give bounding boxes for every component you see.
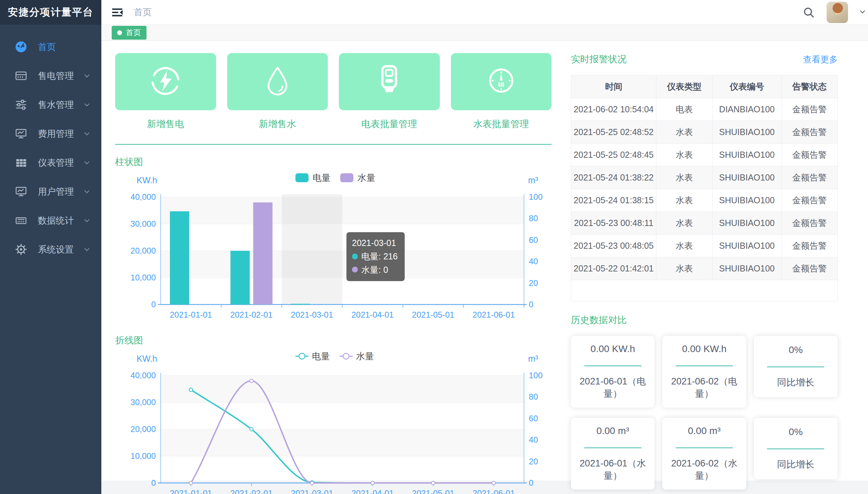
history-panel: 历史数据对比 0.00 KW.h2021-06-01（电量）0.00 KW.h2… — [571, 314, 838, 494]
sidebar-item-7[interactable]: 系统设置 — [0, 235, 101, 264]
sidebar-item-6[interactable]: 数据统计 — [0, 206, 101, 235]
sidebar: 安捷分项计量平台 首页售电管理售水管理费用管理仪表管理用户管理数据统计系统设置 — [0, 0, 101, 494]
sidebar-toggle-icon[interactable] — [110, 5, 125, 20]
history-card-value: 0.00 KW.h — [591, 343, 635, 354]
svg-text:40,000: 40,000 — [131, 371, 156, 380]
sidebar-item-2[interactable]: 售水管理 — [0, 90, 101, 119]
svg-text:2021-02-01: 2021-02-01 — [230, 310, 273, 319]
svg-text:0: 0 — [529, 300, 533, 309]
water-drop-icon — [260, 63, 295, 100]
legend-item[interactable]: 水量 — [340, 351, 374, 361]
chevron-down-icon — [83, 72, 91, 80]
quick-action-3[interactable]: 水表批量管理 — [451, 53, 552, 130]
svg-text:20: 20 — [529, 278, 538, 288]
quick-action-label: 新增售电 — [115, 118, 216, 130]
grid-icon — [14, 155, 28, 170]
history-card-5: 0%同比增长 — [754, 418, 838, 479]
chevron-down-icon — [83, 130, 91, 138]
breadcrumb: 首页 — [134, 6, 152, 18]
table-cell: 金额告警 — [781, 144, 837, 166]
left-column: 新增售电新增售水电表批量管理水表批量管理 柱状图 010,00020,00030… — [115, 53, 552, 481]
sidebar-item-5[interactable]: 用户管理 — [0, 177, 101, 206]
history-card-value: 0.00 m³ — [596, 425, 629, 436]
history-card-value: 0.00 m³ — [688, 425, 721, 436]
history-card-divider — [676, 366, 733, 366]
view-more-link[interactable]: 查看更多 — [803, 54, 838, 65]
table-cell: 金额告警 — [781, 235, 837, 257]
quick-action-0[interactable]: 新增售电 — [115, 53, 216, 130]
bar-电量-2 — [291, 304, 310, 305]
table-cell: SHUIBIAO100 — [712, 189, 781, 212]
table-row: 2021-05-24 01:38:22水表SHUIBIAO100金额告警 — [571, 166, 838, 189]
sidebar-item-1[interactable]: 售电管理 — [0, 61, 101, 90]
history-card-label: 2021-06-02（电量） — [668, 375, 740, 400]
legend-item[interactable]: 电量 — [295, 173, 331, 183]
line-chart[interactable]: 010,00020,00030,00040,000020406080100202… — [115, 347, 552, 494]
history-card-0: 0.00 KW.h2021-06-01（电量） — [571, 336, 655, 408]
sidebar-menu: 首页售电管理售水管理费用管理仪表管理用户管理数据统计系统设置 — [0, 25, 101, 264]
alarm-panel-header: 实时报警状况 查看更多 — [571, 53, 838, 65]
tag-label: 首页 — [126, 28, 141, 38]
history-card-4: 0.00 m³2021-06-02（水量） — [662, 418, 746, 490]
quick-action-1[interactable]: 新增售水 — [227, 53, 328, 130]
history-card-divider — [584, 366, 642, 366]
table-row: 2021-05-25 02:48:45水表SHUIBIAO100金额告警 — [571, 144, 838, 166]
table-cell: 金额告警 — [781, 189, 837, 212]
table-cell: 电表 — [656, 98, 712, 121]
sidebar-item-label: 售电管理 — [38, 70, 83, 82]
table-cell: 金额告警 — [781, 121, 837, 144]
sidebar-item-4[interactable]: 仪表管理 — [0, 148, 101, 177]
quick-action-card[interactable] — [227, 53, 328, 110]
history-card-2: 0%同比增长 — [754, 336, 838, 397]
tag-home[interactable]: 首页 — [112, 26, 147, 40]
table-row: 2021-05-22 01:42:01水表SHUIBIAO100金额告警 — [571, 257, 838, 280]
history-card-label: 同比增长 — [777, 458, 814, 471]
svg-text:100: 100 — [529, 192, 543, 202]
svg-text:2021-01-01: 2021-01-01 — [170, 488, 212, 494]
svg-text:2021-02-01: 2021-02-01 — [230, 488, 273, 494]
stats-board-icon — [14, 213, 28, 228]
table-cell: 金额告警 — [781, 257, 837, 280]
alarm-table-head: 时间仪表类型仪表编号告警状态 — [571, 75, 838, 98]
legend-item[interactable]: 水量 — [340, 173, 375, 183]
quick-action-card[interactable] — [451, 53, 552, 110]
legend-item[interactable]: 电量 — [295, 351, 330, 361]
chevron-down-icon[interactable] — [858, 8, 867, 17]
alarm-table-body: 2021-06-02 10:54:04电表DIANBIAO100金额告警2021… — [571, 98, 838, 301]
svg-text:水量: 水量 — [356, 351, 374, 361]
svg-text:30,000: 30,000 — [131, 219, 156, 228]
line-chart-canvas[interactable]: 010,00020,00030,00040,000020406080100202… — [115, 347, 552, 494]
quick-action-card[interactable] — [339, 53, 440, 110]
sidebar-item-3[interactable]: 费用管理 — [0, 119, 101, 148]
svg-text:电量: 电量 — [312, 351, 330, 361]
quick-action-2[interactable]: 电表批量管理 — [339, 53, 440, 130]
sidebar-item-0[interactable]: 首页 — [0, 32, 101, 61]
svg-text:2021-01-01: 2021-01-01 — [170, 310, 212, 319]
sidebar-item-label: 首页 — [38, 41, 91, 53]
table-cell: 2021-05-24 01:38:15 — [571, 189, 656, 212]
avatar[interactable] — [827, 2, 848, 23]
table-cell: 2021-06-02 10:54:04 — [571, 98, 656, 121]
bar-chart[interactable]: 010,00020,00030,00040,000020406080100202… — [115, 168, 552, 323]
bar-chart-canvas[interactable]: 010,00020,00030,00040,000020406080100202… — [115, 168, 552, 323]
electric-meter-icon — [371, 63, 407, 100]
chevron-down-icon — [83, 101, 91, 109]
table-cell: SHUIBIAO100 — [712, 257, 781, 280]
navbar-right — [801, 2, 861, 23]
quick-action-card[interactable] — [115, 53, 216, 110]
gear-icon — [14, 242, 28, 257]
table-cell: 金额告警 — [781, 212, 837, 235]
right-column: 实时报警状况 查看更多 时间仪表类型仪表编号告警状态 2021-06-02 10… — [571, 53, 838, 481]
sliders-icon — [14, 97, 28, 112]
svg-text:2021-04-01: 2021-04-01 — [351, 310, 394, 319]
bar-chart-title: 柱状图 — [115, 156, 552, 168]
svg-text:KW.h: KW.h — [137, 175, 157, 185]
chevron-down-icon — [83, 245, 91, 254]
table-cell: 水表 — [656, 144, 712, 166]
bar-电量-1 — [231, 251, 250, 305]
table-empty-row — [571, 280, 838, 301]
table-cell: 水表 — [656, 235, 712, 257]
table-row: 2021-05-23 00:48:05水表SHUIBIAO100金额告警 — [571, 235, 838, 257]
sidebar-item-label: 售水管理 — [38, 99, 83, 111]
search-icon[interactable] — [801, 5, 816, 20]
